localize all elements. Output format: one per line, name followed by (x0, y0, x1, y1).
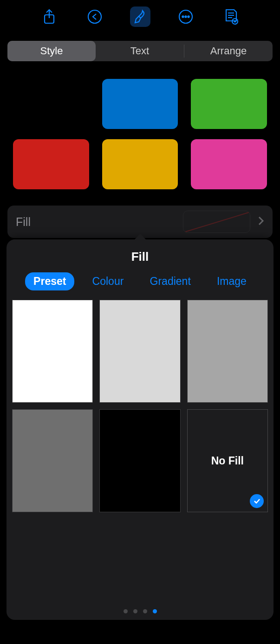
tab-style[interactable]: Style (7, 41, 96, 61)
svg-point-5 (188, 16, 189, 17)
preset-swatch[interactable] (12, 300, 93, 403)
preset-swatch[interactable] (12, 409, 93, 512)
top-toolbar (0, 0, 280, 33)
format-inspector: Style Text Arrange Fill (0, 33, 280, 245)
undo-icon (87, 9, 103, 25)
fill-tab-colour[interactable]: Colour (84, 272, 132, 290)
page-dot-active (153, 609, 157, 613)
nofill-label: No Fill (211, 455, 244, 467)
fill-label: Fill (16, 215, 31, 229)
style-swatches-grid (7, 79, 273, 189)
page-indicator[interactable] (7, 599, 273, 620)
svg-point-7 (234, 20, 236, 23)
share-button[interactable] (39, 6, 59, 27)
fill-tab-label: Image (217, 275, 247, 287)
preset-swatch-nofill[interactable]: No Fill (187, 409, 268, 512)
fill-tab-label: Gradient (150, 275, 191, 287)
popover-title: Fill (7, 239, 273, 272)
presenter-notes-icon (224, 8, 239, 25)
svg-point-1 (88, 10, 101, 23)
more-icon (178, 9, 194, 25)
style-swatch[interactable] (191, 79, 267, 129)
tab-label: Text (130, 45, 149, 57)
style-swatch[interactable] (191, 139, 267, 189)
style-swatch[interactable] (13, 79, 89, 129)
style-swatch[interactable] (13, 139, 89, 189)
inspector-tabs: Style Text Arrange (7, 41, 273, 61)
page-dot (133, 609, 137, 613)
page-dot (143, 609, 147, 613)
fill-tab-image[interactable]: Image (208, 272, 255, 290)
fill-tab-label: Colour (92, 275, 124, 287)
fill-tab-preset[interactable]: Preset (25, 272, 74, 290)
selected-checkmark-icon (250, 494, 264, 508)
chevron-right-icon (258, 216, 264, 228)
preset-swatch[interactable] (187, 300, 268, 403)
more-button[interactable] (176, 6, 196, 27)
page-dot (124, 609, 128, 613)
format-button[interactable] (130, 6, 150, 27)
undo-button[interactable] (85, 6, 105, 27)
preset-grid: No Fill (7, 300, 273, 599)
fill-tab-gradient[interactable]: Gradient (142, 272, 199, 290)
fill-popover: Fill Preset Colour Gradient Image No Fil… (7, 239, 273, 620)
svg-point-4 (185, 16, 186, 17)
preset-swatch[interactable] (99, 409, 180, 512)
format-brush-icon (132, 9, 148, 25)
tab-arrange[interactable]: Arrange (184, 41, 273, 61)
fill-type-tabs: Preset Colour Gradient Image (7, 272, 273, 300)
preset-swatch[interactable] (99, 300, 180, 403)
presenter-notes-button[interactable] (221, 6, 241, 27)
share-icon (42, 9, 56, 25)
tab-label: Style (40, 45, 63, 57)
fill-preview (183, 211, 250, 233)
style-swatch[interactable] (102, 79, 178, 129)
style-swatch[interactable] (102, 139, 178, 189)
fill-tab-label: Preset (33, 275, 66, 287)
tab-text[interactable]: Text (96, 41, 184, 61)
svg-point-3 (182, 16, 183, 17)
tab-label: Arrange (210, 45, 247, 57)
fill-row[interactable]: Fill (7, 206, 273, 238)
